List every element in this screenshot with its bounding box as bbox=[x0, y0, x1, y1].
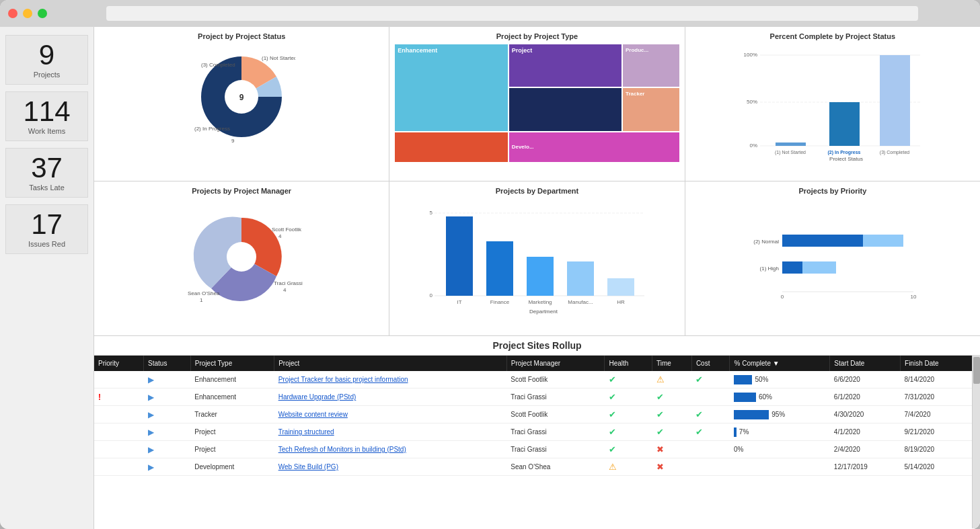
cell-project[interactable]: Training structured bbox=[274, 423, 507, 441]
svg-text:(3) Completed: (3) Completed bbox=[880, 150, 909, 155]
svg-text:Manufac...: Manufac... bbox=[568, 299, 593, 305]
cell-cost: ✔ bbox=[691, 406, 730, 423]
cell-health: ⚠ bbox=[605, 458, 652, 476]
svg-text:5: 5 bbox=[430, 210, 433, 216]
svg-rect-34 bbox=[607, 278, 634, 296]
cell-priority: ! bbox=[94, 389, 144, 406]
svg-rect-32 bbox=[527, 257, 554, 296]
svg-text:(2) Normal: (2) Normal bbox=[753, 239, 779, 245]
health-icon-green: ✔ bbox=[695, 409, 703, 419]
svg-text:(2) In Progress: (2) In Progress bbox=[827, 150, 860, 155]
svg-text:(1) Not Started: (1) Not Started bbox=[262, 55, 295, 61]
cell-start: 4/1/2020 bbox=[830, 423, 901, 441]
col-finish: Finish Date bbox=[901, 356, 972, 371]
cell-priority bbox=[94, 458, 144, 476]
health-icon-red: ✖ bbox=[656, 444, 664, 454]
cell-cost bbox=[691, 458, 730, 476]
play-icon: ▶ bbox=[148, 462, 154, 472]
project-link[interactable]: Hardware Upgrade (PStd) bbox=[278, 393, 356, 401]
svg-text:Project Status: Project Status bbox=[829, 156, 863, 161]
cell-project[interactable]: Web Site Build (PG) bbox=[274, 458, 507, 476]
scrollbar[interactable] bbox=[972, 356, 980, 528]
health-icon-green: ✔ bbox=[695, 374, 703, 384]
chart-priority-title: Projects by Priority bbox=[798, 187, 866, 195]
play-icon: ▶ bbox=[148, 375, 154, 384]
project-link[interactable]: Website content review bbox=[278, 411, 348, 418]
app-window: 9 Projects 114 Work Items 37 Tasks Late … bbox=[0, 0, 980, 529]
tasks-late-label: Tasks Late bbox=[14, 184, 79, 192]
project-link[interactable]: Training structured bbox=[278, 428, 334, 436]
cell-finish: 9/21/2020 bbox=[901, 423, 972, 441]
health-icon-green: ✔ bbox=[609, 374, 616, 384]
health-icon-green: ✔ bbox=[656, 427, 664, 437]
cell-manager: Scott Footlik bbox=[506, 371, 605, 389]
cell-project[interactable]: Hardware Upgrade (PStd) bbox=[274, 389, 507, 406]
svg-rect-13 bbox=[829, 102, 860, 146]
cell-start: 12/17/2019 bbox=[830, 458, 901, 476]
svg-rect-31 bbox=[486, 241, 513, 296]
cell-time: ✔ bbox=[652, 406, 692, 423]
col-manager: Project Manager bbox=[506, 356, 605, 371]
col-project: Project bbox=[274, 356, 507, 371]
cell-project[interactable]: Tech Refresh of Monitors in building (PS… bbox=[274, 441, 507, 458]
table-row: ▶ Tracker Website content review Scott F… bbox=[94, 406, 972, 423]
cell-time: ✖ bbox=[652, 458, 692, 476]
cell-project[interactable]: Website content review bbox=[274, 406, 507, 423]
minimize-button[interactable] bbox=[23, 9, 32, 18]
svg-rect-46 bbox=[802, 261, 836, 274]
cell-type: Project bbox=[190, 423, 274, 441]
cell-status: ▶ bbox=[144, 371, 191, 389]
cell-health: ✔ bbox=[605, 371, 652, 389]
col-project-type: Project Type bbox=[190, 356, 274, 371]
stat-projects: 9 Projects bbox=[5, 35, 88, 85]
stat-tasks-late: 37 Tasks Late bbox=[5, 148, 88, 198]
project-link[interactable]: Web Site Build (PG) bbox=[278, 463, 338, 471]
chart-project-type: Project by Project Type Enhancement Proj… bbox=[389, 27, 685, 181]
cell-start: 6/6/2020 bbox=[830, 371, 901, 389]
cell-type: Development bbox=[190, 458, 274, 476]
health-icon-green: ✔ bbox=[609, 392, 616, 402]
maximize-button[interactable] bbox=[38, 9, 47, 18]
bar-pct-svg: 100% 50% 0% bbox=[739, 43, 927, 161]
cell-cost bbox=[691, 441, 730, 458]
projects-number: 9 bbox=[14, 41, 79, 69]
chart-pct-complete: Percent Complete by Project Status 100% … bbox=[685, 27, 980, 181]
project-link[interactable]: Tech Refresh of Monitors in building (PS… bbox=[278, 446, 406, 453]
bar-dept-svg: 5 0 bbox=[416, 198, 658, 315]
table-row: ▶ Project Tech Refresh of Monitors in bu… bbox=[94, 441, 972, 458]
chart-manager-title: Projects by Project Manager bbox=[192, 187, 291, 195]
table-wrapper[interactable]: Priority Status Project Type Project Pro… bbox=[94, 356, 972, 508]
cell-project[interactable]: Project Tracker for basic project inform… bbox=[274, 371, 507, 389]
cell-finish: 5/14/2020 bbox=[901, 458, 972, 476]
table-section: Project Sites Rollup Priority Status Pro… bbox=[94, 336, 980, 529]
health-icon-green: ✔ bbox=[695, 427, 703, 437]
table-title: Project Sites Rollup bbox=[94, 336, 980, 356]
svg-text:0%: 0% bbox=[749, 143, 757, 149]
cell-pct: 0% bbox=[730, 441, 830, 458]
table-header-row: Priority Status Project Type Project Pro… bbox=[94, 356, 972, 371]
issues-red-label: Issues Red bbox=[14, 240, 79, 248]
cell-type: Enhancement bbox=[190, 371, 274, 389]
sidebar: 9 Projects 114 Work Items 37 Tasks Late … bbox=[0, 27, 94, 529]
table-row: ▶ Enhancement Project Tracker for basic … bbox=[94, 371, 972, 389]
url-bar[interactable] bbox=[106, 6, 918, 21]
treemap-produc: Produc... bbox=[623, 44, 679, 87]
close-button[interactable] bbox=[8, 9, 17, 18]
svg-rect-12 bbox=[776, 143, 806, 146]
main-content: 9 Projects 114 Work Items 37 Tasks Late … bbox=[0, 27, 980, 529]
treemap-tracker: Tracker bbox=[623, 88, 679, 130]
svg-text:1: 1 bbox=[200, 297, 203, 303]
health-icon-green: ✔ bbox=[656, 392, 664, 402]
cell-cost: ✔ bbox=[691, 371, 730, 389]
svg-rect-45 bbox=[782, 261, 802, 274]
scrollbar-thumb[interactable] bbox=[973, 357, 980, 384]
svg-text:IT: IT bbox=[457, 299, 462, 305]
project-link[interactable]: Project Tracker for basic project inform… bbox=[278, 376, 408, 383]
col-status: Status bbox=[144, 356, 191, 371]
svg-text:0: 0 bbox=[430, 292, 433, 298]
cell-manager: Scott Footlik bbox=[506, 406, 605, 423]
col-pct: % Complete ▼ bbox=[730, 356, 830, 371]
chart-status-title: Project by Project Status bbox=[198, 32, 285, 40]
health-icon-green: ✔ bbox=[609, 409, 616, 419]
cell-finish: 8/14/2020 bbox=[901, 371, 972, 389]
